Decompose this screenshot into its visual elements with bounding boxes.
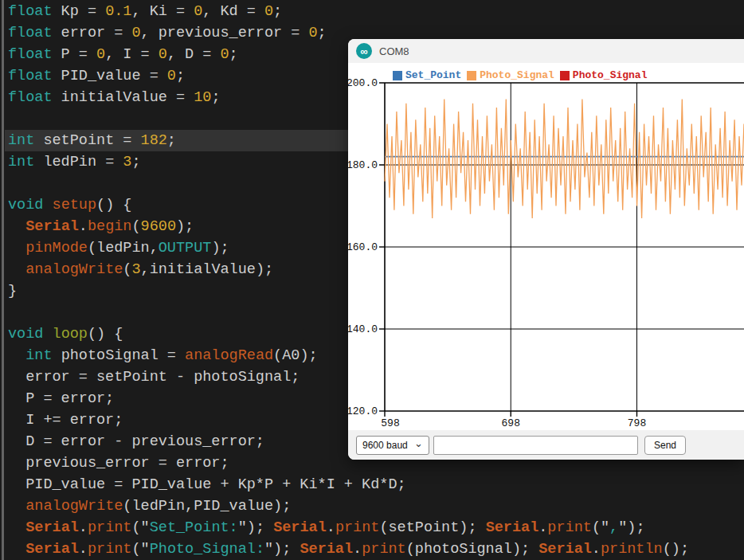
legend-swatch-icon [560, 71, 570, 80]
x-tick-label: 798 [628, 417, 646, 429]
code-line: Serial.print("Photo_Signal:"); Serial.pr… [5, 538, 744, 560]
legend-entry: Photo_Signal [467, 69, 554, 81]
legend-swatch-icon [393, 71, 402, 80]
plot-canvas: 200.0180.0160.0140.0120.0598698798 [348, 63, 744, 430]
send-button[interactable]: Send [644, 436, 686, 455]
legend-entry: Photo_Signal [560, 69, 648, 81]
serial-plotter-window: ∞ COM8 200.0180.0160.0140.0120.059869879… [348, 39, 744, 460]
screen: { "editor": { "colors": { "background": … [0, 0, 744, 560]
chevron-down-icon: ⌄ [414, 440, 423, 448]
plot-area: 200.0180.0160.0140.0120.0598698798 Set_P… [348, 63, 744, 430]
y-tick-label: 160.0 [348, 241, 378, 253]
y-tick-label: 140.0 [348, 323, 378, 335]
y-tick-label: 180.0 [348, 159, 378, 171]
legend-label: Photo_Signal [480, 69, 554, 81]
legend-swatch-icon [467, 71, 476, 80]
photo-signal-line [385, 100, 744, 218]
arduino-icon: ∞ [356, 43, 372, 59]
plotter-titlebar[interactable]: ∞ COM8 [348, 39, 744, 63]
baud-rate-select[interactable]: 9600 baud ⌄ [356, 436, 429, 455]
x-tick-label: 598 [381, 417, 399, 429]
window-title: COM8 [379, 45, 409, 57]
legend-label: Set_Point [405, 69, 461, 81]
serial-send-input[interactable] [433, 436, 638, 455]
baud-rate-value: 9600 baud [362, 440, 408, 451]
code-line: PID_value = PID_value + Kp*P + Ki*I + Kd… [5, 474, 744, 495]
y-tick-label: 200.0 [348, 77, 378, 89]
code-line: analogWrite(ledPin,PID_value); [5, 495, 744, 517]
plotter-controls: 9600 baud ⌄ Send [348, 430, 744, 460]
x-tick-label: 698 [502, 417, 520, 429]
code-line: Serial.print("Set_Point:"); Serial.print… [5, 517, 744, 538]
legend-entry: Set_Point [393, 69, 461, 81]
legend-label: Photo_Signal [573, 69, 648, 81]
code-line: float Kp = 0.1, Ki = 0, Kd = 0; [5, 1, 744, 22]
y-tick-label: 120.0 [348, 405, 378, 417]
plot-legend: Set_PointPhoto_SignalPhoto_Signal [393, 69, 652, 81]
